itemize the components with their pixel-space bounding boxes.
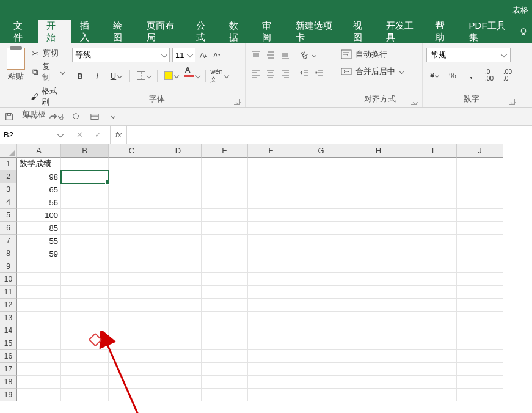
cell[interactable]: 59	[17, 247, 61, 260]
cell[interactable]	[248, 324, 294, 337]
cell[interactable]	[202, 389, 248, 401]
border-button[interactable]	[134, 68, 153, 83]
cell[interactable]	[17, 312, 61, 324]
row-header[interactable]: 17	[0, 363, 17, 376]
increase-font-button[interactable]: A▴	[198, 48, 209, 62]
column-header[interactable]: I	[409, 144, 457, 158]
cell[interactable]	[457, 260, 503, 273]
name-box[interactable]: B2	[0, 126, 67, 144]
cell[interactable]	[294, 376, 348, 389]
cell[interactable]	[409, 158, 457, 170]
cell[interactable]	[248, 350, 294, 363]
cell[interactable]	[248, 312, 294, 324]
tab-formulas[interactable]: 公式	[188, 20, 220, 43]
cell[interactable]	[202, 183, 248, 196]
cell[interactable]	[294, 299, 348, 312]
cell[interactable]	[294, 235, 348, 247]
cell[interactable]	[294, 183, 348, 196]
cell[interactable]	[202, 363, 248, 376]
italic-button[interactable]: I	[89, 68, 105, 83]
cell[interactable]	[457, 389, 503, 401]
column-header[interactable]: H	[348, 144, 409, 158]
cell[interactable]	[17, 260, 61, 273]
paste-button[interactable]: 粘贴	[4, 44, 28, 82]
cell[interactable]	[294, 350, 348, 363]
cell[interactable]	[409, 389, 457, 401]
row-header[interactable]: 2	[0, 170, 17, 183]
row-header[interactable]: 8	[0, 247, 17, 260]
tab-help[interactable]: 帮助	[427, 20, 460, 43]
cell[interactable]	[348, 376, 409, 389]
cell[interactable]	[109, 376, 155, 389]
cell[interactable]	[457, 183, 503, 196]
cell[interactable]	[348, 170, 409, 183]
cell[interactable]	[348, 324, 409, 337]
cell[interactable]	[348, 260, 409, 273]
cell[interactable]	[457, 299, 503, 312]
cell[interactable]	[348, 273, 409, 286]
cell[interactable]	[61, 363, 109, 376]
cell[interactable]	[409, 363, 457, 376]
cell[interactable]	[294, 389, 348, 401]
cell[interactable]	[155, 209, 202, 222]
cell[interactable]	[348, 235, 409, 247]
row-header[interactable]: 9	[0, 260, 17, 273]
cell[interactable]	[202, 196, 248, 209]
dialog-launcher-icon[interactable]	[234, 99, 240, 105]
cell[interactable]	[155, 273, 202, 286]
cell[interactable]	[155, 196, 202, 209]
qat-custom-button[interactable]	[89, 111, 100, 122]
cell[interactable]	[17, 286, 61, 299]
cell[interactable]	[61, 312, 109, 324]
tell-me-icon[interactable]	[518, 20, 530, 43]
cell[interactable]	[155, 337, 202, 350]
cell[interactable]	[17, 350, 61, 363]
cell[interactable]	[348, 389, 409, 401]
cell[interactable]	[155, 170, 202, 183]
cell[interactable]	[202, 170, 248, 183]
row-header[interactable]: 6	[0, 222, 17, 235]
align-middle-button[interactable]	[264, 49, 277, 61]
tab-view[interactable]: 视图	[344, 20, 377, 43]
row-header[interactable]: 4	[0, 196, 17, 209]
cell[interactable]	[457, 286, 503, 299]
cell[interactable]	[17, 363, 61, 376]
cell[interactable]: 65	[17, 183, 61, 196]
tab-draw[interactable]: 绘图	[104, 20, 137, 43]
cell[interactable]	[348, 196, 409, 209]
cell[interactable]	[248, 363, 294, 376]
cell[interactable]	[61, 286, 109, 299]
cell[interactable]: 85	[17, 222, 61, 235]
cell[interactable]	[155, 222, 202, 235]
cell[interactable]	[109, 235, 155, 247]
cell[interactable]	[109, 286, 155, 299]
cell[interactable]	[202, 260, 248, 273]
cell[interactable]	[409, 376, 457, 389]
cell[interactable]	[294, 312, 348, 324]
cell[interactable]	[202, 222, 248, 235]
underline-button[interactable]: U	[106, 68, 126, 83]
cell[interactable]	[294, 324, 348, 337]
column-header[interactable]: E	[202, 144, 248, 158]
tab-review[interactable]: 审阅	[253, 20, 286, 43]
cell[interactable]	[457, 196, 503, 209]
cell[interactable]	[348, 286, 409, 299]
column-header[interactable]: J	[457, 144, 503, 158]
tab-data[interactable]: 数据	[220, 20, 253, 43]
tab-new-tab[interactable]: 新建选项卡	[287, 20, 344, 43]
cell[interactable]	[348, 183, 409, 196]
fill-color-button[interactable]	[161, 68, 181, 83]
cell[interactable]	[155, 299, 202, 312]
cell[interactable]	[61, 299, 109, 312]
formula-input[interactable]	[127, 126, 532, 144]
cell[interactable]	[409, 196, 457, 209]
cell[interactable]	[109, 170, 155, 183]
row-header[interactable]: 18	[0, 376, 17, 389]
cell[interactable]	[457, 222, 503, 235]
row-header[interactable]: 12	[0, 299, 17, 312]
cell[interactable]	[155, 235, 202, 247]
cell[interactable]	[202, 299, 248, 312]
cell[interactable]	[109, 158, 155, 170]
cell[interactable]: 98	[17, 170, 61, 183]
cell[interactable]	[61, 389, 109, 401]
